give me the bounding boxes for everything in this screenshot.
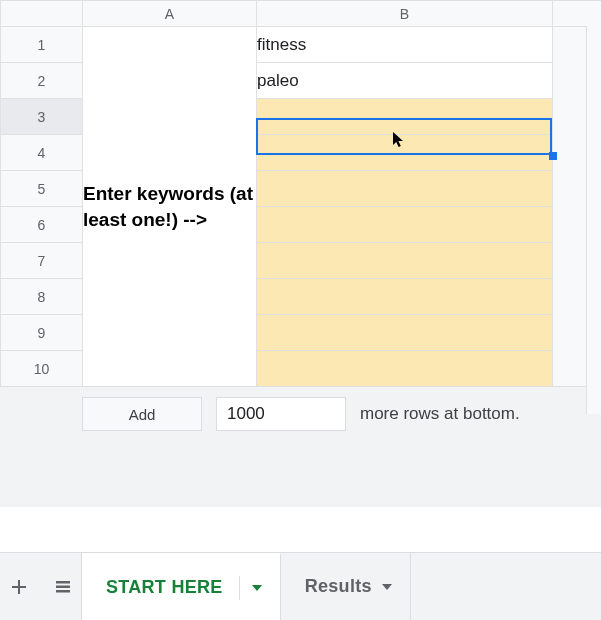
column-header-A[interactable]: A <box>83 1 257 27</box>
row-header-2[interactable]: 2 <box>1 63 83 99</box>
tab-menu-caret-icon[interactable] <box>252 585 262 591</box>
add-rows-bar: Add more rows at bottom. <box>0 387 601 507</box>
column-header-B[interactable]: B <box>257 1 553 27</box>
sheet-tab-bar: START HERE Results <box>0 552 601 620</box>
row-header-8[interactable]: 8 <box>1 279 83 315</box>
cell-B1[interactable]: fitness <box>257 27 553 63</box>
spreadsheet-area: A B 1 Enter keywords (at least one!) -->… <box>0 0 601 387</box>
add-rows-suffix-label: more rows at bottom. <box>360 397 520 431</box>
cell-B10[interactable] <box>257 351 553 387</box>
select-all-corner[interactable] <box>1 1 83 27</box>
tab-menu-caret-icon[interactable] <box>382 584 392 590</box>
tab-bar-controls <box>0 553 82 620</box>
cell-B5[interactable] <box>257 171 553 207</box>
cell-B2[interactable]: paleo <box>257 63 553 99</box>
tab-separator <box>239 576 240 600</box>
column-header-pad <box>553 1 602 27</box>
add-rows-count-input[interactable] <box>216 397 346 431</box>
svg-rect-2 <box>56 590 70 593</box>
row-header-6[interactable]: 6 <box>1 207 83 243</box>
row-header-9[interactable]: 9 <box>1 315 83 351</box>
row-header-4[interactable]: 4 <box>1 135 83 171</box>
row-header-5[interactable]: 5 <box>1 171 83 207</box>
cell-B4[interactable] <box>257 135 553 171</box>
add-rows-button[interactable]: Add <box>82 397 202 431</box>
cell-B6[interactable] <box>257 207 553 243</box>
svg-rect-0 <box>56 581 70 584</box>
all-sheets-menu-button[interactable] <box>52 576 74 598</box>
selection-fill-handle[interactable] <box>549 152 557 160</box>
cell-B9[interactable] <box>257 315 553 351</box>
tab-start-here[interactable]: START HERE <box>82 553 281 620</box>
cell-A-merged[interactable]: Enter keywords (at least one!) --> <box>83 27 257 387</box>
row-header-1[interactable]: 1 <box>1 27 83 63</box>
row-header-7[interactable]: 7 <box>1 243 83 279</box>
row-header-10[interactable]: 10 <box>1 351 83 387</box>
tab-results[interactable]: Results <box>281 553 411 620</box>
cell-B3[interactable] <box>257 99 553 135</box>
tab-label: START HERE <box>106 577 223 598</box>
cell-B8[interactable] <box>257 279 553 315</box>
instruction-text: Enter keywords (at least one!) --> <box>83 183 253 230</box>
column-header-row: A B <box>1 1 602 27</box>
row-header-3[interactable]: 3 <box>1 99 83 135</box>
add-sheet-button[interactable] <box>8 576 30 598</box>
vertical-scrollbar[interactable] <box>586 26 601 414</box>
cell-grid[interactable]: A B 1 Enter keywords (at least one!) -->… <box>0 0 601 387</box>
svg-rect-1 <box>56 585 70 588</box>
cell-B7[interactable] <box>257 243 553 279</box>
tab-label: Results <box>305 576 372 597</box>
